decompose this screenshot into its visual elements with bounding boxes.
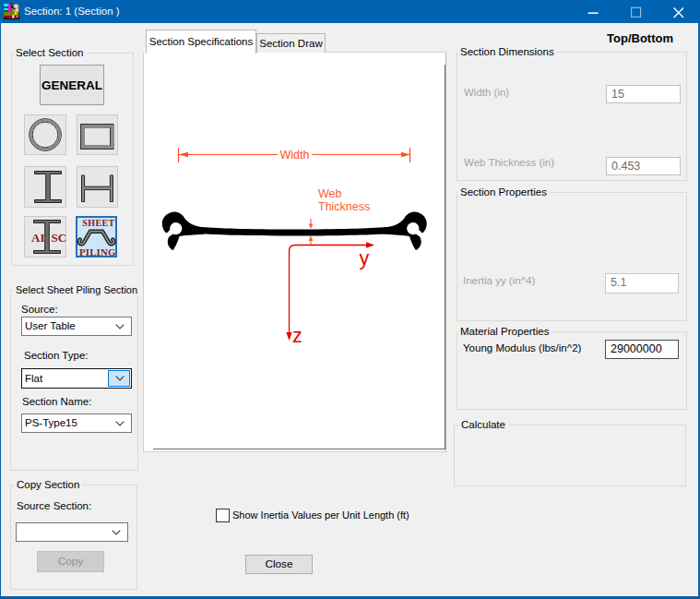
svg-text:Width: Width xyxy=(280,149,310,162)
svg-text:SHEET: SHEET xyxy=(82,218,114,228)
svg-text:AI: AI xyxy=(31,231,44,245)
svg-text:SC: SC xyxy=(52,231,67,245)
svg-text:PILING: PILING xyxy=(79,246,116,258)
svg-text:Thickness: Thickness xyxy=(318,200,370,213)
svg-text:Web: Web xyxy=(318,187,342,200)
svg-text:y: y xyxy=(360,247,370,270)
svg-text:z: z xyxy=(292,325,303,347)
